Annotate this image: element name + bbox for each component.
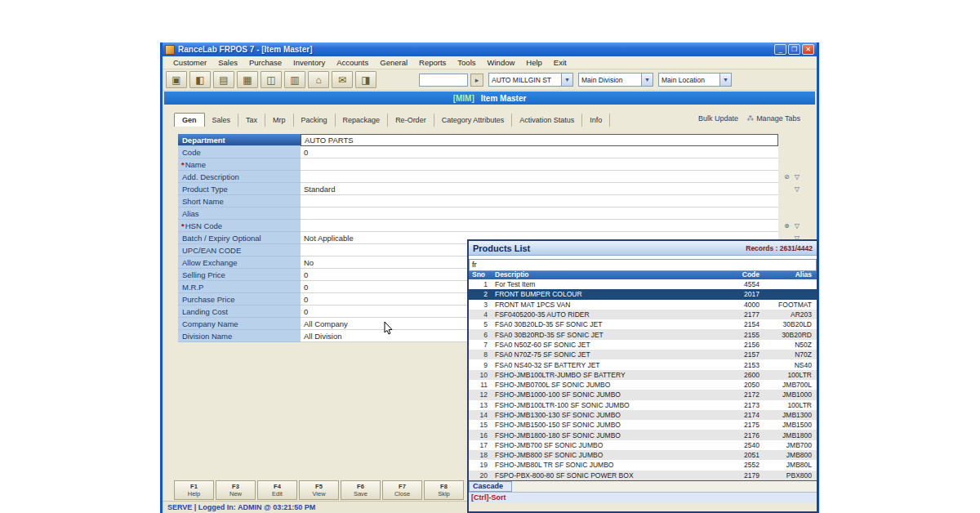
menu-item[interactable]: Purchase	[243, 57, 287, 68]
table-row[interactable]: 6 FSA0 30B20RD-35 SF SONIC JET 2155 30B2…	[469, 329, 817, 339]
field-label: Landing Cost	[178, 306, 301, 318]
tab[interactable]: Sales	[205, 114, 239, 127]
field-options-icons[interactable]	[778, 134, 803, 146]
table-row[interactable]: 11 FSHO-JMB0700L SF SONIC JUMBO 2050 JMB…	[469, 380, 817, 390]
window-titlebar[interactable]: RanceLab FRPOS 7 - [Item Master] _ ❐ ✕	[163, 42, 817, 56]
tab[interactable]: Mrp	[265, 114, 294, 127]
function-key-button[interactable]: F5 View	[299, 480, 339, 500]
col-sno[interactable]: Sno	[469, 270, 490, 279]
close-button[interactable]: ✕	[802, 44, 814, 55]
minimize-button[interactable]: _	[774, 44, 786, 55]
function-key-button[interactable]: F3 New	[216, 480, 256, 500]
menu-item[interactable]: Inventory	[287, 57, 331, 68]
toolbar-icon: ✉	[338, 74, 346, 86]
function-key-button[interactable]: F6 Save	[341, 480, 381, 500]
company-select[interactable]: AUTO MILLGIN ST ▼	[488, 73, 573, 87]
field-options-icons[interactable]: ▽	[778, 183, 803, 195]
toolbar-button[interactable]: ◨	[355, 71, 376, 88]
menu-item[interactable]: Help	[520, 57, 548, 68]
table-row[interactable]: 15 FSHO-JMB1500-150 SF SONIC JUMBO 2175 …	[469, 420, 817, 430]
table-row[interactable]: 17 FSHO-JMB700 SF SONIC JUMBO 2540 JMB70…	[469, 440, 817, 450]
tab[interactable]: Packing	[294, 114, 336, 127]
manage-tabs-link[interactable]: ⁂ Manage Tabs	[746, 114, 800, 123]
menu-item[interactable]: Sales	[212, 57, 243, 68]
toolbar-button[interactable]: ◧	[189, 71, 211, 88]
table-row[interactable]: 3 FRONT MAT 1PCS VAN 4000 FOOTMAT	[469, 300, 817, 310]
table-row[interactable]: 4 FSF0405200-35 AUTO RIDER 2177 AR203	[469, 310, 817, 319]
col-code[interactable]: Code	[722, 270, 763, 279]
table-row[interactable]: 13 FSHO-JMB100LTR-100 SF SONIC JUMBO 217…	[469, 400, 817, 410]
restore-button[interactable]: ❐	[788, 44, 800, 55]
table-row[interactable]: 8 FSA0 N70Z-75 SF SONIC JET 2157 N70Z	[469, 350, 817, 359]
field-value[interactable]: AUTO PARTS	[301, 134, 778, 146]
function-key-button[interactable]: F8 Skip	[424, 480, 464, 500]
table-row[interactable]: 10 FSHO-JMB100LTR-JUMBO SF BATTERY 2600 …	[469, 370, 817, 380]
toolbar-button[interactable]: ▤	[213, 71, 234, 88]
field-options-icons[interactable]	[778, 207, 803, 220]
col-alias[interactable]: Alias	[763, 270, 817, 279]
function-key-button[interactable]: F1 Help	[174, 480, 214, 500]
bulk-update-link[interactable]: Bulk Update	[698, 114, 738, 123]
menu-item[interactable]: Tools	[452, 57, 481, 68]
field-options-icons[interactable]	[778, 146, 803, 158]
table-row[interactable]: 18 FSHO-JMB800 SF SONIC JUMBO 2051 JMB80…	[469, 450, 817, 460]
toolbar-icon: ▥	[290, 74, 299, 86]
field-options-icons[interactable]	[778, 158, 803, 171]
cascade-button[interactable]: Cascade	[469, 481, 512, 492]
form-row: Add. Description ⊘ ▽	[178, 171, 803, 183]
function-key-button[interactable]: F4 Edit	[257, 480, 297, 500]
menu-item[interactable]: Customer	[167, 57, 212, 68]
table-row[interactable]: 7 FSA0 N50Z-60 SF SONIC JET 2156 N50Z	[469, 340, 817, 350]
popup-titlebar[interactable]: Products List Records : 2631/4442	[469, 241, 817, 256]
table-row[interactable]: 1 For Test Item 4554	[469, 279, 817, 289]
menu-item[interactable]: Exit	[548, 57, 572, 68]
toolbar-button[interactable]: ◫	[261, 71, 282, 88]
menu-item[interactable]: Accounts	[331, 57, 374, 68]
menu-item[interactable]: Window	[482, 57, 521, 68]
search-go-button[interactable]: ▸	[470, 74, 483, 87]
form-row: Product Type Standard ▽	[178, 183, 803, 195]
quick-search-input[interactable]	[419, 74, 468, 87]
table-row[interactable]: 12 FSHO-JMB1000-100 SF SONIC JUMBO 2172 …	[469, 390, 817, 399]
function-key-bar: F1 Help F3 New F4 Edit F5 View	[174, 480, 464, 500]
field-options-icons[interactable]	[778, 195, 803, 207]
table-row[interactable]: 16 FSHO-JMB1800-180 SF SONIC JUMBO 2176 …	[469, 430, 817, 439]
mouse-cursor-icon	[384, 321, 394, 339]
location-select[interactable]: Main Location ▼	[658, 73, 732, 87]
toolbar-button[interactable]: ▦	[237, 71, 258, 88]
list-filter-input[interactable]	[469, 259, 817, 271]
field-value[interactable]	[301, 158, 778, 171]
menu-item[interactable]: General	[374, 57, 413, 68]
col-description[interactable]: Descriptio	[490, 270, 722, 279]
field-value[interactable]	[301, 207, 778, 220]
tab[interactable]: Repackage	[336, 114, 389, 127]
menu-item[interactable]: Reports	[413, 57, 452, 68]
tab[interactable]: Gen	[174, 113, 205, 127]
toolbar-button[interactable]: ⌂	[308, 71, 329, 88]
function-key-button[interactable]: F7 Close	[382, 480, 422, 500]
field-value[interactable]	[301, 220, 778, 232]
status-text: SERVE | Logged In: ADMIN @ 03:21:50 PM	[167, 503, 315, 511]
table-row[interactable]: 20 FSPO-PBX-800-80 SF SONIC POWER BOX 21…	[469, 471, 817, 480]
field-value[interactable]	[301, 171, 778, 183]
table-row[interactable]: 19 FSHO-JMB80L TR SF SONIC JUMBO 2552 JM…	[469, 460, 817, 470]
field-options-icons[interactable]: ⊕ ▽	[778, 220, 803, 232]
division-select[interactable]: Main Division ▼	[578, 73, 653, 87]
table-row[interactable]: 14 FSHO-JMB1300-130 SF SONIC JUMBO 2174 …	[469, 410, 817, 420]
toolbar-button[interactable]: ✉	[332, 71, 353, 88]
field-value[interactable]: Standard	[301, 183, 778, 195]
tab[interactable]: Category Attributes	[434, 114, 513, 127]
tab[interactable]: Activation Status	[512, 114, 582, 127]
tab[interactable]: Info	[582, 114, 610, 127]
field-options-icons[interactable]: ⊘ ▽	[778, 171, 803, 183]
chevron-down-icon: ▼	[719, 74, 731, 86]
tab[interactable]: Tax	[238, 114, 265, 127]
table-row[interactable]: 2 FRONT BUMPER COLOUR 2017	[469, 289, 817, 299]
field-value[interactable]	[301, 195, 778, 207]
toolbar-button[interactable]: ▥	[284, 71, 305, 88]
tab[interactable]: Re-Order	[388, 114, 434, 127]
field-value[interactable]: 0	[301, 146, 778, 158]
toolbar-button[interactable]: ▣	[166, 71, 187, 88]
table-row[interactable]: 9 FSA0 NS40-32 SF BATTERY JET 2153 NS40	[469, 359, 817, 369]
table-row[interactable]: 5 FSA0 30B20LD-35 SF SONIC JET 2154 30B2…	[469, 319, 817, 329]
